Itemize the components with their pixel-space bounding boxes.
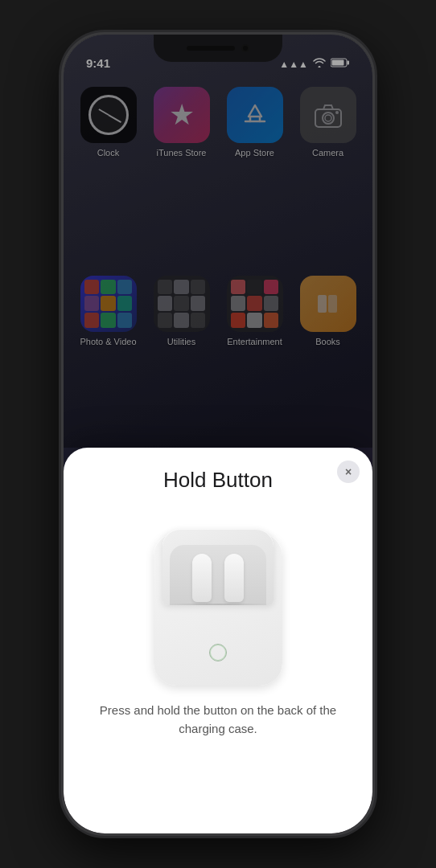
screen-dim	[64, 35, 372, 448]
airpods-case-lid	[162, 529, 274, 605]
modal-close-button[interactable]: ×	[337, 461, 360, 483]
airpod-right	[224, 554, 244, 602]
screen: 9:41 ▲▲▲	[64, 35, 372, 833]
modal-title: Hold Button	[163, 468, 273, 493]
airpods-illustration	[138, 509, 298, 686]
modal-overlay: × Hold Button	[64, 448, 372, 833]
airpod-left	[192, 554, 212, 602]
airpods-case-body	[154, 533, 282, 686]
close-icon: ×	[345, 465, 352, 478]
case-setup-button	[209, 644, 227, 661]
modal-description: Press and hold the button on the back of…	[88, 702, 348, 738]
lid-inner	[170, 545, 266, 605]
phone-frame: 9:41 ▲▲▲	[61, 32, 375, 836]
case-divider	[166, 604, 270, 605]
